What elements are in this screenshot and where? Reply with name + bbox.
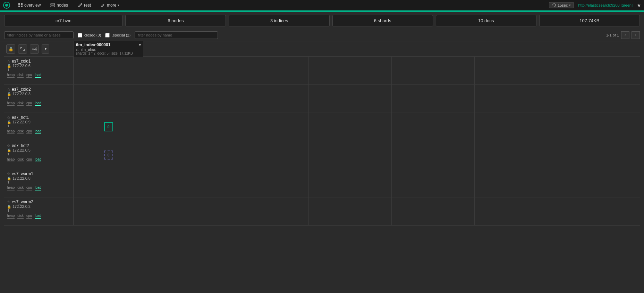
refresh-icon: [552, 3, 556, 7]
node-type-icon-es7_cold1: ⬆: [7, 68, 70, 72]
filter-nodes-input[interactable]: [135, 31, 218, 39]
heap-label-es7_warm2[interactable]: heap: [7, 214, 15, 219]
special-checkbox[interactable]: [105, 33, 110, 38]
svg-rect-3: [21, 3, 23, 5]
nav-item-overview[interactable]: overview: [16, 1, 43, 9]
node-type-icon-es7_warm1: ⬆: [7, 180, 70, 184]
sort-az-icon: A Z: [32, 46, 37, 52]
cpu-label-es7_hot2[interactable]: cpu: [26, 157, 32, 162]
nav-label-rest: rest: [84, 3, 91, 8]
nav-left: overview nodes rest more ▾: [3, 1, 121, 9]
disk-label-es7_cold1[interactable]: disk: [17, 73, 24, 78]
empty-cell-es7_warm1-2: [308, 169, 391, 197]
svg-rect-4: [18, 6, 20, 7]
nav-item-nodes[interactable]: nodes: [48, 1, 70, 9]
load-label-es7_cold2[interactable]: load: [35, 101, 41, 106]
node-metrics-es7_hot1: heap disk cpu load: [7, 129, 70, 134]
node-metrics-es7_cold1: heap disk cpu load: [7, 73, 70, 78]
closed-label: closed (0): [84, 33, 101, 37]
nav-label-overview: overview: [24, 3, 41, 8]
nav-item-more[interactable]: more ▾: [99, 1, 121, 9]
load-label-es7_hot1[interactable]: load: [35, 129, 41, 134]
node-name-es7_warm1: ☆ es7_warm1: [7, 171, 70, 176]
node-ip-es7_cold1: 🔒 172.22.0.6: [7, 64, 70, 68]
refresh-button[interactable]: 15sec ▾: [549, 2, 574, 8]
next-page-button[interactable]: ›: [632, 31, 640, 39]
lock-button[interactable]: 🔒: [6, 44, 15, 54]
stat-nodes: 6 nodes: [125, 15, 226, 26]
disk-label-es7_warm1[interactable]: disk: [17, 186, 24, 190]
index-dropdown-arrow[interactable]: ▾: [139, 42, 141, 47]
node-star-es7_cold1[interactable]: ☆: [7, 59, 10, 64]
index-alias: 🏷 ilm_alias: [76, 47, 141, 51]
empty-cell-es7_warm1-4: [474, 169, 557, 197]
load-label-es7_cold1[interactable]: load: [35, 73, 41, 78]
node-ip-es7_warm1: 🔒 172.22.0.8: [7, 176, 70, 180]
heap-label-es7_hot1[interactable]: heap: [7, 129, 15, 134]
node-name-es7_cold2: ☆ es7_cold2: [7, 87, 70, 92]
empty-cell-es7_cold2-4: [474, 85, 557, 113]
special-checkbox-group: .special (2): [105, 33, 130, 38]
sort-button[interactable]: A Z: [30, 44, 39, 54]
server-icon: [50, 3, 55, 8]
node-type-icon-es7_hot2: ⬆: [7, 152, 70, 156]
cpu-label-es7_warm2[interactable]: cpu: [26, 214, 32, 219]
index-data-cell-es7_cold1: [74, 57, 143, 84]
node-star-es7_hot2[interactable]: ☆: [7, 144, 10, 148]
index-data-cell-es7_warm1: [74, 169, 143, 197]
table-row: ☆ es7_hot1 🔒 172.22.0.9 ⬆ heap disk cpu …: [4, 113, 640, 141]
stat-shards: 6 shards: [332, 15, 433, 26]
shard-badge-es7_hot1[interactable]: 0: [104, 122, 113, 131]
node-ip-es7_cold2: 🔒 172.22.0.3: [7, 92, 70, 96]
heap-label-es7_cold1[interactable]: heap: [7, 73, 15, 78]
node-cell-es7_warm2: ☆ es7_warm2 🔒 172.22.0.2 ⬆ heap disk cpu…: [4, 197, 74, 225]
stat-indices: 3 indices: [229, 15, 329, 26]
grid-header-row: 🔒 A Z ▾ ilm_index-00000: [4, 41, 640, 57]
alias-tag-icon: 🏷: [76, 48, 79, 51]
disk-label-es7_hot1[interactable]: disk: [17, 129, 24, 134]
disk-label-es7_hot2[interactable]: disk: [17, 157, 24, 162]
disk-label-es7_cold2[interactable]: disk: [17, 101, 24, 106]
shard-badge-dashed-es7_hot2[interactable]: 0: [104, 150, 113, 160]
svg-point-1: [5, 4, 8, 7]
cpu-label-es7_warm1[interactable]: cpu: [26, 186, 32, 190]
star-button[interactable]: ★: [637, 2, 641, 8]
svg-point-8: [54, 4, 54, 5]
node-lock-icon-es7_cold1: 🔒: [7, 64, 11, 68]
node-cell-es7_warm1: ☆ es7_warm1 🔒 172.22.0.8 ⬆ heap disk cpu…: [4, 169, 74, 197]
grid-icon: [18, 3, 23, 8]
empty-cell-es7_warm1-0: [143, 169, 226, 197]
heap-label-es7_hot2[interactable]: heap: [7, 157, 15, 162]
empty-cell-es7_warm2-3: [391, 197, 474, 225]
disk-label-es7_warm2[interactable]: disk: [17, 214, 24, 219]
empty-cell-es7_warm2-1: [226, 197, 309, 225]
node-star-es7_cold2[interactable]: ☆: [7, 87, 10, 92]
empty-cell-es7_hot2-5: [557, 141, 640, 169]
table-row: ☆ es7_warm2 🔒 172.22.0.2 ⬆ heap disk cpu…: [4, 197, 640, 226]
empty-cell-es7_warm2-0: [143, 197, 226, 225]
heap-label-es7_warm1[interactable]: heap: [7, 186, 15, 190]
table-row: ☆ es7_cold2 🔒 172.22.0.3 ⬆ heap disk cpu…: [4, 85, 640, 113]
node-star-es7_warm2[interactable]: ☆: [7, 200, 10, 204]
empty-cell-es7_cold1-1: [226, 57, 309, 84]
node-star-es7_warm1[interactable]: ☆: [7, 172, 10, 176]
load-label-es7_warm2[interactable]: load: [35, 214, 41, 219]
load-label-es7_hot2[interactable]: load: [35, 157, 41, 162]
cpu-label-es7_hot1[interactable]: cpu: [26, 129, 32, 134]
filter-indices-input[interactable]: [4, 31, 74, 39]
cpu-label-es7_cold2[interactable]: cpu: [26, 101, 32, 106]
expand-button[interactable]: [18, 44, 27, 54]
empty-cell-es7_warm1-3: [391, 169, 474, 197]
closed-checkbox[interactable]: [78, 33, 82, 38]
prev-page-button[interactable]: ‹: [621, 31, 629, 39]
heap-label-es7_cold2[interactable]: heap: [7, 101, 15, 106]
node-metrics-es7_cold2: heap disk cpu load: [7, 101, 70, 106]
header-dropdown-button[interactable]: ▾: [42, 44, 49, 54]
node-cell-es7_cold2: ☆ es7_cold2 🔒 172.22.0.3 ⬆ heap disk cpu…: [4, 85, 74, 113]
nav-logo[interactable]: [3, 1, 10, 9]
cpu-label-es7_cold1[interactable]: cpu: [26, 73, 32, 78]
load-label-es7_warm1[interactable]: load: [35, 186, 41, 190]
node-star-es7_hot1[interactable]: ☆: [7, 115, 10, 120]
index-data-cell-es7_warm2: [74, 197, 143, 225]
nav-item-rest[interactable]: rest: [76, 1, 93, 9]
